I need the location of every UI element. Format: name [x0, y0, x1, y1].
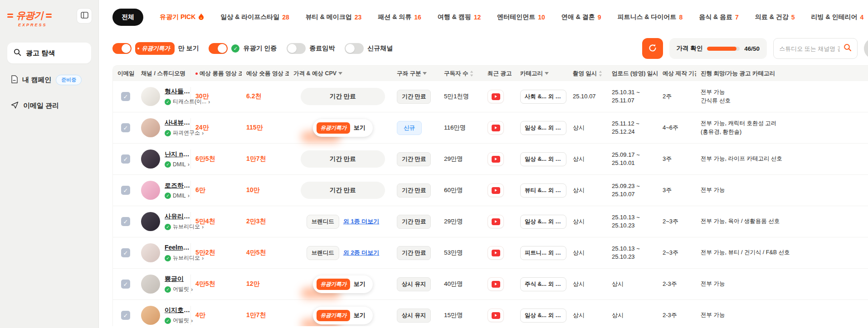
category-cell: 일상 &... 외 2개 [516, 309, 568, 323]
sidebar-collapse-button[interactable] [77, 8, 92, 24]
shoot-date-cell: 상시 [568, 186, 607, 194]
tab-8[interactable]: 피트니스 & 다이어트8 [617, 13, 683, 21]
more-prices-link[interactable]: 외 2종 더보기 [343, 249, 379, 257]
tab-6[interactable]: 엔터테인먼트10 [497, 13, 545, 21]
refresh-button[interactable] [642, 38, 663, 59]
longform-views-value: 24만 [195, 124, 209, 132]
preferred-category-text: 전부 가능, 라이프 카테고리 선호 [701, 154, 785, 163]
slot-type-badge: 기간 만료 [397, 152, 431, 166]
channel-cell: 난지 nyanji✓DMIL› [137, 150, 191, 169]
studio-link[interactable]: ✓티캐스트(이...› [165, 98, 190, 106]
column-header-7: 최근 광고 [483, 70, 516, 77]
toggle-switch[interactable] [287, 43, 306, 54]
channel-name-link[interactable]: 이지호이죠_JiHo [165, 306, 190, 314]
channel-name-link[interactable]: 사내뷰공업 bea... [165, 119, 190, 127]
tab-count: 28 [282, 14, 289, 21]
column-header-8[interactable]: 카테고리 [516, 70, 568, 77]
studio-link[interactable]: ✓어빌릿› [165, 317, 190, 324]
duration-cell: 4~6주 [658, 124, 696, 132]
youtube-link[interactable] [488, 309, 504, 322]
recent-ad-cell [483, 90, 516, 103]
special-price-view-button[interactable]: 유광기특가보기 [313, 307, 373, 324]
special-price-view-button[interactable]: 유광기특가보기 [313, 275, 373, 293]
row-checkbox[interactable]: ✓ [121, 154, 130, 164]
toggle-switch[interactable] [345, 43, 364, 54]
channel-name-link[interactable]: 로즈하 ROSEHA [165, 182, 190, 190]
channel-name-link[interactable]: 사유리의 데스노트 [165, 212, 190, 221]
category-badge: 일상 &... 외 3개 [520, 121, 566, 135]
sidebar-item-ad-search[interactable]: 광고 탐색 [7, 43, 91, 63]
view-label: 보기 [354, 124, 366, 132]
column-header-label: 구좌 구분 [397, 70, 421, 77]
tab-label: 여행 & 캠핑 [438, 13, 471, 21]
special-price-badge: 유광기특가 [317, 310, 350, 321]
channel-search-input[interactable] [779, 45, 840, 52]
row-checkbox[interactable]: ✓ [121, 123, 130, 132]
toggle-switch[interactable] [112, 43, 132, 54]
play-icon [495, 314, 497, 317]
column-header-3[interactable]: 예상 숏폼 영상 조회수 [242, 70, 289, 77]
table-row: ✓사유리의 데스노트✓뉴브리디오›5만4천2만3천브랜디드외 1종 더보기기간 … [113, 206, 868, 237]
upload-date-value: 25.09.17 ~ 25.10.01 [612, 151, 658, 167]
tab-9[interactable]: 음식 & 음료7 [699, 13, 739, 21]
channel-cell: 사유리의 데스노트✓뉴브리디오› [137, 212, 191, 231]
tab-0[interactable]: 전체 [112, 9, 143, 26]
tab-3[interactable]: 뷰티 & 메이크업23 [306, 13, 361, 21]
youtube-link[interactable] [488, 183, 504, 197]
tab-4[interactable]: 패션 & 의류16 [378, 13, 421, 21]
shoot-date-cell: 상시 [568, 155, 607, 163]
shortform-views-value: 10만 [246, 186, 260, 194]
row-checkbox[interactable]: ✓ [121, 311, 130, 320]
toggle-switch[interactable] [209, 43, 228, 54]
column-header-2[interactable]: 예상 롱폼 영상 조회수 [191, 70, 242, 77]
row-checkbox[interactable]: ✓ [121, 92, 130, 101]
sidebar-item-email-manage[interactable]: 이메일 관리 [7, 96, 91, 115]
youtube-link[interactable] [488, 215, 504, 228]
tab-7[interactable]: 연애 & 결혼9 [561, 13, 601, 21]
channel-name-link[interactable]: 뿅글이 [165, 275, 190, 283]
more-prices-link[interactable]: 외 1종 더보기 [343, 217, 379, 226]
sidebar-item-my-campaign[interactable]: 내 캠페인 준비중 [7, 70, 91, 90]
search-icon[interactable] [844, 43, 852, 53]
row-checkbox[interactable]: ✓ [121, 186, 130, 195]
channel-name-link[interactable]: Feelme 필미커플 [165, 244, 190, 252]
upload-date-cell: 상시 [607, 280, 658, 288]
studio-link[interactable]: ✓뉴브리디오› [165, 254, 190, 262]
preferred-category-cell: 전부 가능, 육아 / 생활용품 선호 [696, 217, 868, 226]
special-price-view-button[interactable]: 유광기특가보기 [313, 119, 373, 137]
studio-link[interactable]: ✓DMIL› [165, 192, 190, 199]
column-header-5[interactable]: 구좌 구분 [392, 70, 439, 77]
tab-label: 피트니스 & 다이어트 [617, 13, 676, 21]
subscribers-cell: 5만1천명 [439, 92, 483, 101]
toolbar-right: 가격 확인 46/50 한번에 문의 [642, 38, 868, 59]
column-header-4[interactable]: 가격 & 예상 CPV [289, 70, 392, 77]
row-checkbox[interactable]: ✓ [121, 280, 130, 289]
collapse-panel-icon [81, 12, 88, 20]
upload-date-value: 25.11.12 ~ 25.12.24 [612, 120, 658, 135]
youtube-link[interactable] [488, 90, 504, 103]
youtube-link[interactable] [488, 121, 504, 135]
price-cpv-cell: 유광기특가보기 [289, 307, 392, 324]
channel-name-link[interactable]: 난지 nyanji [165, 150, 190, 159]
tab-1[interactable]: 유광기 PICK [160, 13, 204, 22]
youtube-link[interactable] [488, 277, 504, 291]
row-checkbox[interactable]: ✓ [121, 217, 130, 226]
category-badge: 일상 &... 외 4개 [520, 215, 566, 229]
studio-link[interactable]: ✓DMIL› [165, 161, 190, 168]
studio-link[interactable]: ✓파괴연구소› [165, 129, 190, 137]
column-header-9[interactable]: 촬영 일시 [568, 70, 607, 77]
table-header: 이메일채널 / 스튜디오명예상 롱폼 영상 조회수예상 숏폼 영상 조회수가격 … [113, 66, 868, 81]
tab-5[interactable]: 여행 & 캠핑12 [438, 13, 481, 21]
tab-10[interactable]: 의료 & 건강5 [755, 13, 795, 21]
youtube-link[interactable] [488, 246, 504, 260]
shortform-views-value: 12만 [246, 280, 260, 288]
column-header-6[interactable]: 구독자 수 [439, 70, 483, 77]
channel-name-link[interactable]: 형사들의 수다 [165, 87, 190, 96]
bulk-inquiry-button[interactable]: 한번에 문의 [864, 38, 868, 59]
tab-11[interactable]: 리빙 & 인테리어4 [811, 13, 864, 21]
studio-link[interactable]: ✓어빌릿› [165, 285, 190, 293]
youtube-link[interactable] [488, 152, 504, 166]
tab-2[interactable]: 일상 & 라이프스타일28 [220, 13, 289, 21]
studio-link[interactable]: ✓뉴브리디오› [165, 223, 190, 231]
row-checkbox[interactable]: ✓ [121, 248, 130, 257]
